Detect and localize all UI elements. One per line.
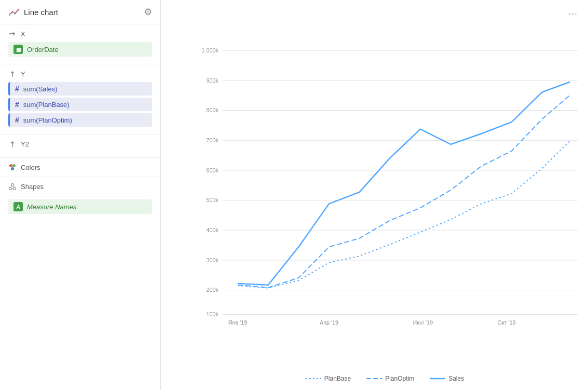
svg-text:500k: 500k bbox=[207, 197, 219, 203]
svg-text:1 000k: 1 000k bbox=[202, 47, 219, 53]
hash-icon-planbase: # bbox=[15, 100, 19, 109]
legend-sales-label: Sales bbox=[448, 375, 464, 382]
panel-title: Line chart bbox=[24, 8, 140, 17]
legend-planoptim: PlanOptim bbox=[366, 375, 414, 382]
svg-text:Янв '19: Янв '19 bbox=[228, 319, 247, 326]
measure-names-pill[interactable]: A Measure Names bbox=[8, 199, 152, 214]
svg-point-5 bbox=[11, 184, 14, 186]
colors-section: Colors bbox=[0, 158, 160, 177]
y-field-planoptim[interactable]: # sum(PlanOptim) bbox=[8, 113, 152, 127]
legend-planbase-label: PlanBase bbox=[324, 375, 351, 382]
legend-planoptim-label: PlanOptim bbox=[385, 375, 414, 382]
legend-planbase-line bbox=[306, 375, 321, 382]
x-label: X bbox=[8, 30, 152, 38]
svg-text:200k: 200k bbox=[207, 287, 219, 293]
svg-text:600k: 600k bbox=[207, 167, 219, 173]
svg-text:800k: 800k bbox=[207, 107, 219, 113]
calendar-icon: ▦ bbox=[13, 45, 23, 54]
gear-icon[interactable]: ⚙ bbox=[144, 6, 152, 18]
svg-point-4 bbox=[13, 187, 16, 190]
y-field-planbase[interactable]: # sum(PlanBase) bbox=[8, 98, 152, 111]
svg-text:900k: 900k bbox=[207, 77, 219, 84]
svg-point-1 bbox=[12, 164, 16, 167]
svg-text:Июл '19: Июл '19 bbox=[413, 319, 433, 326]
y2-label: Y2 bbox=[8, 140, 152, 148]
svg-point-2 bbox=[11, 167, 14, 170]
svg-text:400k: 400k bbox=[207, 227, 219, 233]
y2-arrow-icon bbox=[8, 140, 17, 148]
shapes-section: Shapes bbox=[0, 177, 160, 196]
hash-icon-sales: # bbox=[15, 85, 19, 93]
panel-header: Line chart ⚙ bbox=[0, 0, 160, 24]
svg-point-3 bbox=[9, 187, 12, 190]
svg-text:Апр '19: Апр '19 bbox=[320, 319, 338, 326]
chart-svg: 1 000k 900k 800k 700k 600k 500k 400k 300… bbox=[192, 10, 578, 370]
line-chart-icon bbox=[8, 6, 20, 18]
legend-sales-line bbox=[430, 375, 445, 382]
svg-point-0 bbox=[9, 164, 12, 167]
chart-area: ··· 1 000k 900k 800k 700k 600k 500k bbox=[161, 0, 588, 390]
x-arrow-icon bbox=[8, 30, 17, 38]
shapes-label: Shapes bbox=[21, 183, 44, 191]
colors-label: Colors bbox=[21, 164, 40, 171]
left-panel: Line chart ⚙ X ▦ OrderDate Y # sum(Sales… bbox=[0, 0, 161, 390]
svg-text:Окт '19: Окт '19 bbox=[498, 319, 516, 326]
svg-text:300k: 300k bbox=[207, 257, 219, 263]
y2-section: Y2 bbox=[0, 135, 160, 158]
colors-icon bbox=[8, 163, 17, 171]
x-section: X ▦ OrderDate bbox=[0, 24, 160, 64]
chart-container: 1 000k 900k 800k 700k 600k 500k 400k 300… bbox=[192, 10, 578, 370]
svg-text:100k: 100k bbox=[207, 311, 219, 317]
y-field-sales[interactable]: # sum(Sales) bbox=[8, 82, 152, 96]
legend-planbase: PlanBase bbox=[306, 375, 351, 382]
chart-legend: PlanBase PlanOptim Sales bbox=[166, 370, 578, 385]
svg-text:700k: 700k bbox=[207, 137, 219, 143]
y-label: Y bbox=[8, 70, 152, 78]
legend-planoptim-line bbox=[366, 375, 382, 382]
x-field-pill[interactable]: ▦ OrderDate bbox=[8, 42, 152, 57]
hash-icon-planoptim: # bbox=[15, 116, 19, 124]
shapes-icon bbox=[8, 182, 17, 191]
legend-sales: Sales bbox=[430, 375, 464, 382]
y-arrow-icon bbox=[8, 70, 17, 78]
measure-icon: A bbox=[13, 202, 23, 211]
y-section: Y # sum(Sales) # sum(PlanBase) # sum(Pla… bbox=[0, 64, 160, 135]
